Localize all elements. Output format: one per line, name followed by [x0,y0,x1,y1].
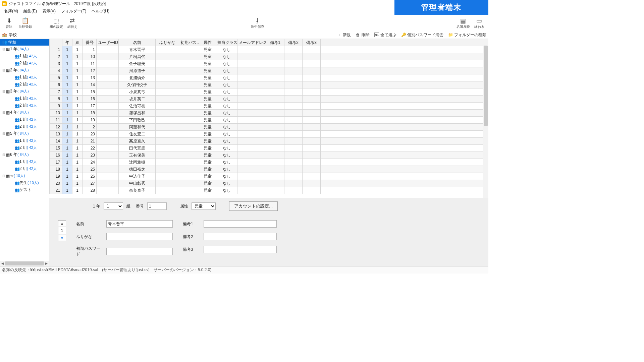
cell-note2[interactable] [284,81,303,88]
cell-no[interactable]: 11 [83,60,97,67]
cell-no[interactable]: 19 [83,117,97,124]
account-settings-button[interactable]: アカウントの設定... [229,201,278,211]
cell-kana[interactable] [156,60,179,67]
tree-class[interactable]: 👥 1 組 ( 42人 [0,95,49,102]
cell-no[interactable]: 22 [83,145,97,152]
cell-mail[interactable] [237,173,266,180]
spin-down-button[interactable]: ▼ [58,235,66,241]
cell-name[interactable]: 辻岡雅樹 [119,159,156,166]
cell-no[interactable]: 10 [83,53,97,60]
cell-name[interactable]: 坂井英二 [119,96,156,103]
cell-attr[interactable]: 児童 [199,159,216,166]
cell-no[interactable]: 17 [83,103,97,110]
cell-attr[interactable]: 児童 [199,131,216,138]
cell-uid[interactable] [97,88,119,96]
cell-uid[interactable] [97,138,119,145]
cell-note3[interactable] [303,145,321,152]
cell-kana[interactable] [156,110,179,117]
cell-class[interactable]: なし [216,110,237,117]
col-header[interactable]: 担当クラス [216,39,237,46]
cell-group[interactable]: 1 [72,166,83,173]
tree-class[interactable]: 👥 2 組 ( 42人 [0,165,49,172]
tree-class[interactable]: 👥 2 組 ( 42人 [0,144,49,151]
btn-resetpw[interactable]: 🔑個別パスワード消去 [401,32,443,38]
cell-pw[interactable] [179,103,199,110]
cell-note3[interactable] [303,96,321,103]
cell-mail[interactable] [237,152,266,159]
spin-up-button[interactable]: ▲ [58,220,66,226]
cell-year[interactable]: 1 [62,96,72,103]
menu-folder[interactable]: フォルダー(F) [58,8,89,15]
tree-class[interactable]: 👥 1 組 ( 42人 [0,137,49,144]
cell-pw[interactable] [179,180,199,187]
table-row[interactable]: 21110片桐昌代児童なし [50,53,488,60]
cell-note2[interactable] [284,145,303,152]
cell-uid[interactable] [97,60,119,67]
cell-no[interactable]: 23 [83,152,97,159]
cell-name[interactable]: 片桐昌代 [119,53,156,60]
cell-note1[interactable] [266,81,284,88]
menu-edit[interactable]: 編集(E) [21,8,40,15]
cell-mail[interactable] [237,187,266,194]
cell-name[interactable]: 佐治可枝 [119,103,156,110]
cell-class[interactable]: なし [216,159,237,166]
cell-note2[interactable] [284,117,303,124]
cell-attr[interactable]: 児童 [199,67,216,74]
kana-input[interactable] [106,233,173,240]
cell-group[interactable]: 1 [72,74,83,81]
table-row[interactable]: 31111金子聡美児童なし [50,60,488,67]
cell-mail[interactable] [237,81,266,88]
cell-year[interactable]: 1 [62,53,72,60]
cell-group[interactable]: 1 [72,96,83,103]
table-row[interactable]: 211128奈良泰子児童なし [50,187,488,194]
tree-class[interactable]: 👥 2 組 ( 42人 [0,102,49,109]
cell-pw[interactable] [179,145,199,152]
cell-no[interactable]: 13 [83,74,97,81]
cell-note3[interactable] [303,124,321,131]
cell-group[interactable]: 1 [72,53,83,60]
collapse-icon[interactable]: ⊟ [2,47,5,51]
cell-group[interactable]: 1 [72,138,83,145]
cell-year[interactable]: 1 [62,60,72,67]
btn-new[interactable]: ＋新規 [337,32,351,38]
cell-note1[interactable] [266,74,284,81]
cell-kana[interactable] [156,138,179,145]
tree-class[interactable]: 👥 2 組 ( 42人 [0,123,49,130]
cell-pw[interactable] [179,159,199,166]
cell-year[interactable]: 1 [62,152,72,159]
cell-pw[interactable] [179,117,199,124]
cell-name[interactable]: 下田敬己 [119,117,156,124]
cell-note2[interactable] [284,124,303,131]
cell-note2[interactable] [284,166,303,173]
cell-no[interactable]: 21 [83,138,97,145]
cell-note3[interactable] [303,67,321,74]
scroll-thumb[interactable] [5,261,44,265]
cell-name[interactable]: 北浦慎介 [119,74,156,81]
cell-uid[interactable] [97,96,119,103]
col-header[interactable]: 備考2 [284,39,303,46]
cell-kana[interactable] [156,88,179,96]
cell-attr[interactable]: 児童 [199,180,216,187]
cell-note2[interactable] [284,67,303,74]
btn-delete[interactable]: 🗑削除 [356,32,370,38]
cell-note1[interactable] [266,67,284,74]
tool-groupset[interactable]: ⬚組の設定 [49,16,63,30]
cell-group[interactable]: 1 [72,117,83,124]
collapse-icon[interactable]: ⊟ [2,111,5,114]
cell-attr[interactable]: 児童 [199,103,216,110]
cell-note1[interactable] [266,60,284,67]
cell-attr[interactable]: 児童 [199,88,216,96]
cell-group[interactable]: 1 [72,131,83,138]
cell-note1[interactable] [266,138,284,145]
cell-kana[interactable] [156,187,179,194]
cell-year[interactable]: 1 [62,187,72,194]
cell-class[interactable]: なし [216,117,237,124]
collapse-icon[interactable]: ⊟ [2,153,5,157]
cell-year[interactable]: 1 [62,159,72,166]
cell-pw[interactable] [179,96,199,103]
cell-group[interactable]: 1 [72,81,83,88]
cell-mail[interactable] [237,145,266,152]
cell-class[interactable]: なし [216,74,237,81]
cell-note3[interactable] [303,103,321,110]
cell-note1[interactable] [266,131,284,138]
